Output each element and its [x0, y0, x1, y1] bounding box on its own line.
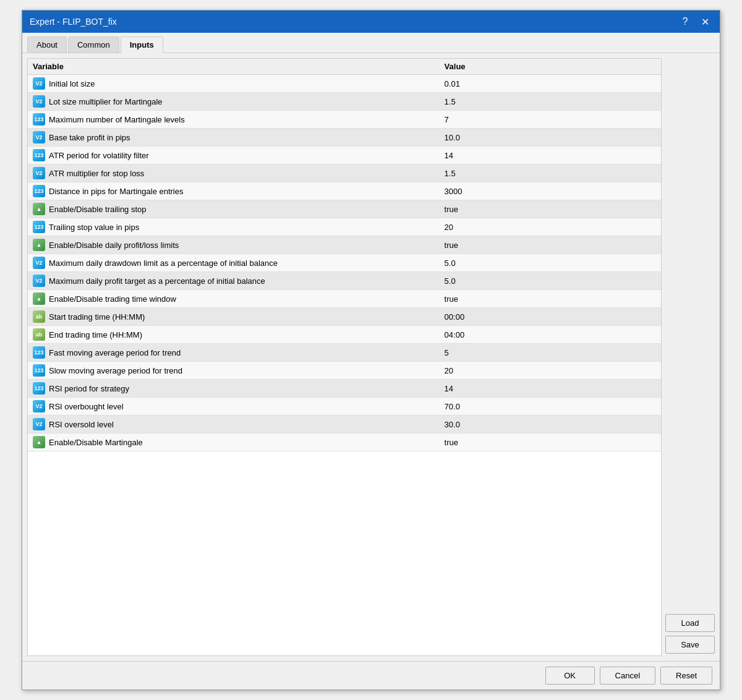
variable-cell: 123 Maximum number of Martingale levels: [28, 111, 440, 129]
table-row[interactable]: V2 Initial lot size 0.01: [28, 75, 661, 93]
help-button[interactable]: ?: [678, 14, 693, 29]
value-cell[interactable]: 14: [440, 380, 661, 398]
cancel-button[interactable]: Cancel: [600, 667, 655, 685]
variable-label: Maximum number of Martingale levels: [49, 115, 185, 124]
table-row[interactable]: 123 Slow moving average period for trend…: [28, 362, 661, 380]
variable-label: Start trading time (HH:MM): [49, 312, 145, 322]
ok-button[interactable]: OK: [545, 667, 595, 685]
variable-label: Base take profit in pips: [49, 133, 130, 142]
table-row[interactable]: V2 Maximum daily drawdown limit as a per…: [28, 254, 661, 272]
variable-cell: 123 Trailing stop value in pips: [28, 218, 440, 236]
type-icon: V2: [33, 77, 45, 90]
variable-label: Initial lot size: [49, 79, 95, 88]
type-icon: V2: [33, 167, 45, 179]
type-icon: ab: [33, 310, 45, 323]
table-row[interactable]: V2 RSI overbought level 70.0: [28, 398, 661, 416]
value-cell[interactable]: 3000: [440, 182, 661, 200]
table-row[interactable]: ▲ Enable/Disable trading time window tru…: [28, 290, 661, 308]
table-row[interactable]: 123 Maximum number of Martingale levels …: [28, 111, 661, 129]
variable-cell: ▲ Enable/Disable Martingale: [28, 433, 440, 451]
variable-label: Fast moving average period for trend: [49, 348, 181, 357]
type-icon: ab: [33, 328, 45, 341]
type-icon: V2: [33, 418, 45, 430]
value-cell[interactable]: true: [440, 433, 661, 451]
value-cell[interactable]: true: [440, 236, 661, 254]
table-row[interactable]: V2 Maximum daily profit target as a perc…: [28, 272, 661, 290]
variable-cell: 123 RSI period for strategy: [28, 380, 440, 398]
table-row[interactable]: 123 Distance in pips for Martingale entr…: [28, 182, 661, 200]
main-window: Expert - FLIP_BOT_fix ? ✕ About Common I…: [22, 10, 720, 690]
variable-label: Enable/Disable trailing stop: [49, 205, 147, 214]
type-icon: 123: [33, 382, 45, 395]
value-cell[interactable]: 5: [440, 344, 661, 362]
load-button[interactable]: Load: [665, 614, 715, 632]
value-cell[interactable]: true: [440, 200, 661, 218]
value-cell[interactable]: 5.0: [440, 272, 661, 290]
value-cell[interactable]: 1.5: [440, 93, 661, 111]
variable-label: RSI overbought level: [49, 402, 124, 411]
tab-inputs[interactable]: Inputs: [121, 36, 163, 53]
value-cell[interactable]: 14: [440, 147, 661, 164]
value-cell[interactable]: 0.01: [440, 75, 661, 93]
variable-cell: 123 Fast moving average period for trend: [28, 344, 440, 362]
variable-cell: ab Start trading time (HH:MM): [28, 308, 440, 326]
type-icon: ▲: [33, 203, 45, 215]
table-row[interactable]: V2 Base take profit in pips 10.0: [28, 129, 661, 147]
variable-cell: V2 Maximum daily drawdown limit as a per…: [28, 254, 440, 272]
variable-cell: V2 ATR multiplier for stop loss: [28, 164, 440, 182]
variable-cell: 123 Distance in pips for Martingale entr…: [28, 182, 440, 200]
tab-about[interactable]: About: [27, 36, 67, 53]
value-cell[interactable]: 20: [440, 218, 661, 236]
variable-label: Slow moving average period for trend: [49, 366, 182, 375]
tab-common[interactable]: Common: [68, 36, 119, 53]
value-cell[interactable]: 30.0: [440, 416, 661, 433]
table-row[interactable]: V2 ATR multiplier for stop loss 1.5: [28, 164, 661, 182]
value-cell[interactable]: true: [440, 290, 661, 308]
value-cell[interactable]: 20: [440, 362, 661, 380]
variable-cell: 123 Slow moving average period for trend: [28, 362, 440, 380]
type-icon: 123: [33, 364, 45, 377]
table-row[interactable]: 123 Trailing stop value in pips 20: [28, 218, 661, 236]
type-icon: V2: [33, 95, 45, 108]
inputs-table: Variable Value V2 Initial lot size 0.01 …: [28, 59, 661, 451]
table-row[interactable]: 123 Fast moving average period for trend…: [28, 344, 661, 362]
table-row[interactable]: 123 ATR period for volatility filter 14: [28, 147, 661, 164]
value-cell[interactable]: 00:00: [440, 308, 661, 326]
value-cell[interactable]: 10.0: [440, 129, 661, 147]
close-button[interactable]: ✕: [697, 14, 712, 29]
type-icon: V2: [33, 131, 45, 143]
type-icon: 123: [33, 221, 45, 233]
table-row[interactable]: ab Start trading time (HH:MM) 00:00: [28, 308, 661, 326]
type-icon: 123: [33, 149, 45, 161]
variable-cell: V2 Lot size multiplier for Martingale: [28, 93, 440, 111]
col-value: Value: [440, 59, 661, 75]
table-row[interactable]: V2 Lot size multiplier for Martingale 1.…: [28, 93, 661, 111]
table-row[interactable]: V2 RSI oversold level 30.0: [28, 416, 661, 433]
reset-button[interactable]: Reset: [660, 667, 712, 685]
content-area: Variable Value V2 Initial lot size 0.01 …: [22, 53, 720, 661]
variable-label: End trading time (HH:MM): [49, 330, 142, 339]
type-icon: 123: [33, 346, 45, 359]
type-icon: 123: [33, 185, 45, 197]
value-cell[interactable]: 70.0: [440, 398, 661, 416]
variable-label: Enable/Disable Martingale: [49, 438, 143, 447]
table-row[interactable]: ab End trading time (HH:MM) 04:00: [28, 326, 661, 344]
type-icon: ▲: [33, 239, 45, 251]
variable-cell: ▲ Enable/Disable trading time window: [28, 290, 440, 308]
table-row[interactable]: ▲ Enable/Disable trailing stop true: [28, 200, 661, 218]
variable-cell: ▲ Enable/Disable trailing stop: [28, 200, 440, 218]
variable-cell: ab End trading time (HH:MM): [28, 326, 440, 344]
value-cell[interactable]: 5.0: [440, 254, 661, 272]
type-icon: ▲: [33, 436, 45, 448]
table-row[interactable]: ▲ Enable/Disable daily profit/loss limit…: [28, 236, 661, 254]
inputs-table-container: Variable Value V2 Initial lot size 0.01 …: [27, 58, 662, 656]
table-row[interactable]: 123 RSI period for strategy 14: [28, 380, 661, 398]
title-bar: Expert - FLIP_BOT_fix ? ✕: [22, 11, 720, 33]
variable-cell: ▲ Enable/Disable daily profit/loss limit…: [28, 236, 440, 254]
value-cell[interactable]: 1.5: [440, 164, 661, 182]
table-row[interactable]: ▲ Enable/Disable Martingale true: [28, 433, 661, 451]
variable-label: ATR multiplier for stop loss: [49, 169, 144, 178]
save-button[interactable]: Save: [665, 636, 715, 654]
value-cell[interactable]: 04:00: [440, 326, 661, 344]
value-cell[interactable]: 7: [440, 111, 661, 129]
